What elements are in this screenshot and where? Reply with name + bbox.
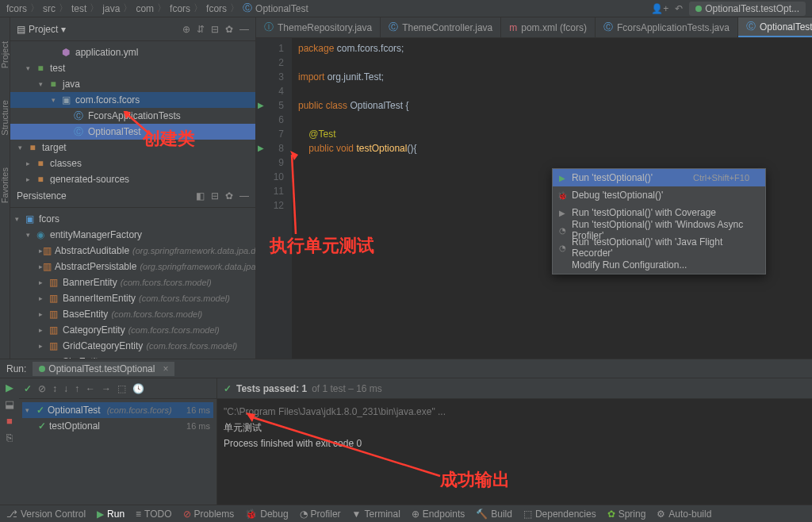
tree-class-selected[interactable]: ⒸOptionalTest [10,124,255,140]
editor-tab[interactable]: ⒸFcorsApplicationTests.java [596,17,738,37]
project-tree[interactable]: ⬢application.yml ▾■test ▾■java ▾▣com.fco… [10,41,255,184]
settings-icon[interactable]: ✿ [225,190,233,202]
favorites-tool-tab[interactable]: Favorites [0,167,10,203]
crumb[interactable]: java [102,3,120,14]
context-menu: ▶Run 'testOptional()'Ctrl+Shift+F10 🐞Deb… [552,168,766,274]
tree-entity[interactable]: ▸▥AbstractPersistable(org.springframewor… [10,259,255,274]
editor-tab-active[interactable]: ⒸOptionalTest.jav [738,17,812,37]
tree-folder-target[interactable]: ▾■target [10,140,255,155]
endpoints-tool[interactable]: ⊕Endpoints [412,509,465,520]
crumb[interactable]: test [71,3,86,14]
next-icon[interactable]: → [102,383,111,394]
add-user-icon[interactable]: 👤+ [651,3,668,14]
tree-file[interactable]: ⬢application.yml [10,44,255,60]
structure-tool-tab[interactable]: Structure [0,100,10,136]
run-config-label: OptionalTest.testOpt... [705,3,799,14]
test-tree-item[interactable]: ✓testOptional16 ms [22,418,213,434]
debug-tool[interactable]: 🐞Debug [245,509,288,520]
sort-icon[interactable]: ↕ [52,383,57,394]
expand-icon[interactable]: ↓ [63,383,68,394]
spring-tool[interactable]: ✿Spring [607,509,646,520]
toggle-icon[interactable]: ⬓ [5,398,14,410]
gutter[interactable]: 1234 ▶5 67 ▶8 9101112 [256,38,292,359]
expand-icon[interactable]: ⇵ [197,24,205,35]
hide-icon[interactable]: — [239,24,249,35]
collapse-icon[interactable]: ↑ [75,383,79,394]
ctx-run[interactable]: ▶Run 'testOptional()'Ctrl+Shift+F10 [553,169,765,186]
prev-icon[interactable]: ← [86,383,95,394]
crumb[interactable]: OptionalTest [255,3,308,14]
stop-icon[interactable]: ■ [6,415,13,427]
tree-entity[interactable]: ▸▥AbstractAuditable(org.springframework.… [10,243,255,259]
select-opened-icon[interactable]: ⊕ [182,24,190,35]
persistence-tree[interactable]: ▾▣fcors ▾◉entityManagerFactory ▸▥Abstrac… [10,208,255,359]
test-tree-panel: ✓ ⊘ ↕ ↓ ↑ ← → ⬚ 🕓 ▾✓OptionalTest (com.fc… [19,378,217,505]
project-panel-header: ▤ Project ▾ ⊕ ⇵ ⊟ ✿ — [10,17,255,41]
tree-folder-test[interactable]: ▾■test [10,60,255,76]
console-output[interactable]: ✓Tests passed: 1 of 1 test – 16 ms "C:\P… [217,378,812,505]
fail-icon[interactable]: ⊘ [38,383,46,394]
build-tool[interactable]: 🔨Build [476,509,512,520]
run-tool[interactable]: ▶Run [97,509,124,520]
deps-tool[interactable]: ⬚Dependencies [523,509,596,520]
export-icon[interactable]: ⬚ [117,383,126,394]
hide-icon[interactable]: — [239,190,249,202]
tree-emf[interactable]: ▾◉entityManagerFactory [10,227,255,243]
terminal-tool[interactable]: ▼Terminal [352,509,400,520]
persistence-panel-header: Persistence ◧ ⊟ ✿ — [10,184,255,208]
back-icon[interactable]: ↶ [675,3,683,14]
crumb[interactable]: com [136,3,154,14]
autobuild-tool[interactable]: ⚙Auto-build [657,509,711,520]
run-label: Run: [6,363,26,374]
tree-folder-java[interactable]: ▾■java [10,76,255,92]
crumb[interactable]: fcors [170,3,190,14]
editor-tab[interactable]: mpom.xml (fcors) [501,17,596,37]
todo-tool[interactable]: ≡TODO [136,509,171,520]
top-bar: fcors〉 src〉 test〉 java〉 com〉 fcors〉 fcor… [0,0,812,17]
profiler-tool[interactable]: ◔Profiler [300,509,341,520]
run-panel-header: Run: OptionalTest.testOptional× [0,359,812,378]
run-toolbar-vertical: ▶ ⬓ ■ ⎘ [0,378,19,505]
vcs-tool[interactable]: ⎇Version Control [6,509,86,520]
check-icon[interactable]: ✓ [24,383,32,394]
test-tree-root[interactable]: ▾✓OptionalTest (com.fcors.fcors)16 ms [22,402,213,418]
breadcrumb[interactable]: fcors〉 src〉 test〉 java〉 com〉 fcors〉 fcor… [6,2,308,15]
editor-tabs: ⒾThemeRepository.java ⒸThemeController.j… [256,17,812,38]
tool-icon[interactable]: ⊟ [211,190,219,202]
run-config-dropdown[interactable]: OptionalTest.testOpt... [689,2,806,16]
project-icon: ▤ [17,24,25,35]
tree-module[interactable]: ▾▣fcors [10,211,255,227]
left-tool-strip: Project Structure Favorites [0,17,10,359]
run-tab[interactable]: OptionalTest.testOptional× [33,362,174,376]
editor-tab[interactable]: ⒸThemeController.java [381,17,501,37]
crumb[interactable]: fcors [206,3,227,14]
exit-icon[interactable]: ⎘ [6,432,13,443]
ctx-debug[interactable]: 🐞Debug 'testOptional()' [553,186,765,204]
problems-tool[interactable]: ⊘Problems [183,509,235,520]
rerun-icon[interactable]: ▶ [6,382,13,393]
tree-entity[interactable]: ▸▥SkuEntity(com.fcors.fcors.model) [10,354,255,359]
crumb[interactable]: fcors [6,3,27,14]
tree-folder[interactable]: ▸■generated-sources [10,171,255,184]
tree-entity[interactable]: ▸▥GridCategoryEntity(com.fcors.fcors.mod… [10,338,255,354]
history-icon[interactable]: 🕓 [132,383,144,394]
settings-icon[interactable]: ✿ [225,24,233,35]
tree-entity[interactable]: ▸▥BaseEntity(com.fcors.fcors.model) [10,306,255,322]
ctx-flight[interactable]: ◔Run 'testOptional()' with 'Java Flight … [553,239,765,256]
tool-icon[interactable]: ◧ [196,190,205,202]
tree-class[interactable]: ⒸFcorsApplicationTests [10,108,255,124]
project-tool-tab[interactable]: Project [0,41,10,68]
tree-package[interactable]: ▾▣com.fcors.fcors [10,92,255,108]
ctx-modify[interactable]: Modify Run Configuration... [553,256,765,274]
collapse-icon[interactable]: ⊟ [211,24,219,35]
bottom-toolbar: ⎇Version Control ▶Run ≡TODO ⊘Problems 🐞D… [0,505,812,522]
editor-tab[interactable]: ⒾThemeRepository.java [256,17,381,37]
tree-entity[interactable]: ▸▥CategoryEntity(com.fcors.fcors.model) [10,322,255,338]
tree-entity[interactable]: ▸▥BannerItemEntity(com.fcors.fcors.model… [10,290,255,306]
persistence-title: Persistence [17,190,67,202]
tree-folder[interactable]: ▸■classes [10,155,255,171]
tree-entity[interactable]: ▸▥BannerEntity(com.fcors.fcors.model) [10,274,255,290]
crumb[interactable]: src [43,3,56,14]
run-gutter-icon[interactable]: ▶ [258,141,264,155]
run-gutter-icon[interactable]: ▶ [258,98,264,113]
